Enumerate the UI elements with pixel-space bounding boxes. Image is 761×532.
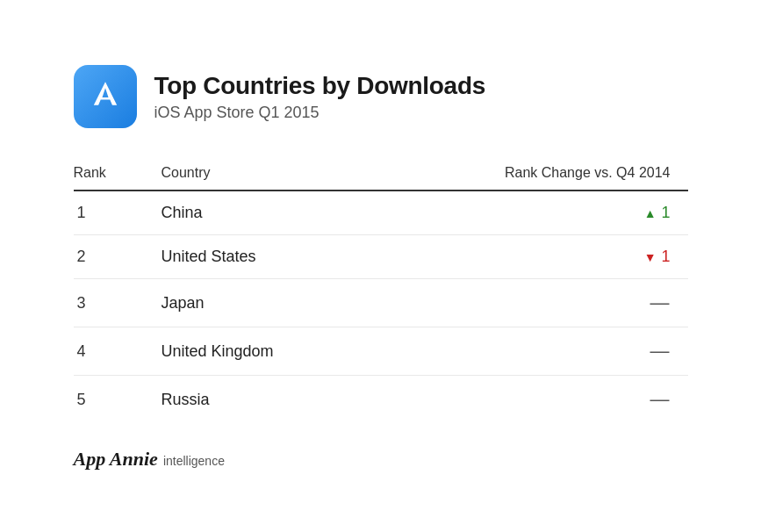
cell-country: China [162, 191, 407, 235]
data-table: Rank Country Rank Change vs. Q4 2014 1Ch… [74, 156, 688, 423]
sub-title: iOS App Store Q1 2015 [154, 104, 485, 122]
cell-rank: 2 [74, 235, 162, 279]
cell-change: — [407, 376, 688, 424]
change-neutral: — [650, 340, 671, 363]
cell-rank: 1 [74, 191, 162, 235]
table-row: 1China▲1 [74, 191, 688, 235]
main-title: Top Countries by Downloads [154, 72, 485, 100]
col-header-country: Country [162, 156, 407, 191]
cell-rank: 3 [74, 279, 162, 327]
cell-country: Japan [162, 279, 407, 327]
change-neutral: — [650, 291, 671, 314]
change-neutral: — [650, 388, 671, 411]
header-text: Top Countries by Downloads iOS App Store… [154, 72, 485, 122]
app-annie-logo: App Annie [74, 448, 158, 471]
cell-change: — [407, 279, 688, 327]
change-value: 1 [661, 248, 670, 266]
cell-change: ▼1 [407, 235, 688, 279]
col-header-change: Rank Change vs. Q4 2014 [407, 156, 688, 191]
cell-country: United States [162, 235, 407, 279]
table-row: 3Japan— [74, 279, 688, 327]
table-row: 5Russia— [74, 376, 688, 424]
footer-tagline: intelligence [163, 454, 225, 468]
table-header-row: Rank Country Rank Change vs. Q4 2014 [74, 156, 688, 191]
table-row: 4United Kingdom— [74, 327, 688, 376]
main-card: Top Countries by Downloads iOS App Store… [39, 37, 723, 495]
app-store-icon [74, 65, 137, 128]
cell-country: United Kingdom [162, 327, 407, 376]
change-value: 1 [661, 204, 670, 222]
header: Top Countries by Downloads iOS App Store… [74, 65, 688, 128]
cell-rank: 4 [74, 327, 162, 376]
col-header-rank: Rank [74, 156, 162, 191]
cell-country: Russia [162, 376, 407, 424]
table-row: 2United States▼1 [74, 235, 688, 279]
arrow-down-icon: ▼ [644, 250, 657, 264]
cell-change: ▲1 [407, 191, 688, 235]
cell-rank: 5 [74, 376, 162, 424]
footer: App Annie intelligence [74, 448, 688, 471]
arrow-up-icon: ▲ [644, 206, 657, 220]
cell-change: — [407, 327, 688, 376]
